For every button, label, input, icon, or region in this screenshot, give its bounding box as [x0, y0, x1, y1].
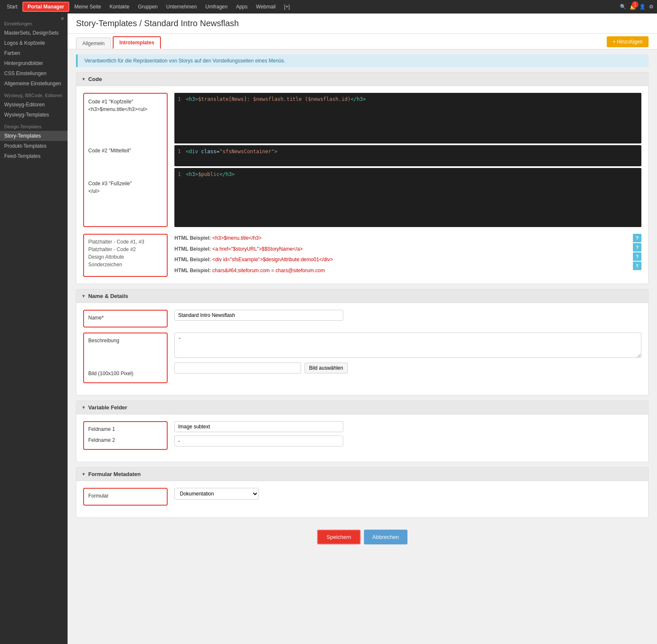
- feldname1-input[interactable]: [174, 421, 343, 432]
- bild-row: Bild auswählen: [174, 363, 641, 373]
- name-row: Name*: [83, 310, 641, 327]
- name-label-col: Name*: [83, 310, 168, 327]
- placeholder-label-3: Design Attribute: [88, 254, 163, 260]
- tab-bar: Allgemein Introtemplates + Hinzufügen: [68, 34, 657, 49]
- html-example-4: HTML Beispiel: chars&#64;siteforum.com =…: [174, 266, 626, 276]
- variable-section: ▼ Variable Felder Feldname 1 Feldname 2: [76, 400, 649, 462]
- bild-input[interactable]: [174, 363, 301, 373]
- name-input[interactable]: [174, 310, 343, 321]
- help-icon-4[interactable]: ?: [633, 262, 641, 270]
- html-example-1: HTML Beispiel: <h3>$menu.title</h3>: [174, 234, 626, 243]
- formular-section: ▼ Formular Metadaten Formular Dokumentat…: [76, 467, 649, 518]
- beschreibung-label: Beschreibung: [88, 338, 163, 344]
- sidebar-item-mastersets[interactable]: MasterSets, DesignSets: [0, 28, 68, 38]
- code-labels-box: Code #1 "Kopfzeile" <h3>$menu.title</h3>…: [83, 93, 168, 227]
- variable-section-body: Feldname 1 Feldname 2: [76, 414, 648, 462]
- page-title: Story-Templates / Standard Intro Newsfla…: [76, 19, 649, 28]
- code-editor-1[interactable]: 1<h3>$translate[News]: $newsflash.title …: [174, 93, 641, 143]
- save-button[interactable]: Speichern: [317, 530, 361, 544]
- sidebar-item-css[interactable]: CSS Einstellungen: [0, 68, 68, 78]
- variable-control-col: [174, 421, 641, 446]
- feldname2-input[interactable]: [174, 436, 343, 446]
- sidebar-section-wysiwyg: Wysiwyg, BBCode, Editoren: [0, 89, 68, 100]
- sidebar: × Einstellungen MasterSets, DesignSets L…: [0, 14, 68, 644]
- nav-meine-seite[interactable]: Meine Seite: [71, 2, 104, 11]
- variable-section-header[interactable]: ▼ Variable Felder: [76, 401, 648, 414]
- help-icons: ? ? ? ?: [633, 234, 641, 277]
- top-navigation: Start Portal Manager Meine Seite Kontakt…: [0, 0, 657, 14]
- nav-portal-manager[interactable]: Portal Manager: [22, 2, 69, 12]
- formular-label-col: Formular: [83, 488, 168, 506]
- sidebar-item-feed-templates[interactable]: Feed-Templates: [0, 151, 68, 161]
- placeholder-label-2: Platzhalter - Code #2: [88, 246, 163, 252]
- sidebar-item-story-templates[interactable]: Story-Templates: [0, 131, 68, 141]
- feldname2-label: Feldname 2: [88, 437, 163, 443]
- name-control-col: [174, 310, 641, 321]
- variable-row: Feldname 1 Feldname 2: [83, 421, 641, 450]
- formular-select[interactable]: Dokumentation: [174, 488, 259, 500]
- code-section-header[interactable]: ▼ Code: [76, 73, 648, 86]
- code-section-body: Code #1 "Kopfzeile" <h3>$menu.title</h3>…: [76, 86, 648, 284]
- placeholder-label-4: Sonderzeichen: [88, 262, 163, 268]
- beschreibung-row: Beschreibung Bild (100x100 Pixel) - Bild…: [83, 333, 641, 383]
- code-chevron-icon: ▼: [81, 77, 86, 81]
- variable-label-col: Feldname 1 Feldname 2: [83, 421, 168, 450]
- code-section: ▼ Code Code #1 "Kopfzeile" <h3>$menu.tit…: [76, 72, 649, 284]
- notification-area: 🔔 1: [630, 4, 636, 10]
- notification-badge: 1: [632, 1, 638, 8]
- formular-label: Formular: [88, 493, 163, 499]
- code-label-3: Code #3 "Fußzeile" </ul>: [88, 180, 163, 195]
- code-editor-2[interactable]: 1<div class="sfsNewsContainer">: [174, 145, 641, 166]
- code-editor-3[interactable]: 1<h3>$public</h3>: [174, 168, 641, 227]
- variable-chevron-icon: ▼: [81, 405, 86, 410]
- name-section-header[interactable]: ▼ Name & Details: [76, 290, 648, 303]
- variable-section-title: Variable Felder: [88, 404, 128, 411]
- add-button[interactable]: + Hinzufügen: [607, 36, 649, 47]
- sidebar-item-wysiwyg-templates[interactable]: Wysiwyg-Templates: [0, 110, 68, 120]
- nav-umfragen[interactable]: Umfragen: [202, 2, 231, 11]
- code-label-1: Code #1 "Kopfzeile" <h3>$menu.title</h3>…: [88, 98, 163, 113]
- user-icon[interactable]: 👤: [639, 4, 646, 10]
- sidebar-section-einstellungen: Einstellungen: [0, 17, 68, 28]
- main-content: Story-Templates / Standard Intro Newsfla…: [68, 14, 657, 644]
- formular-section-header[interactable]: ▼ Formular Metadaten: [76, 468, 648, 481]
- sidebar-item-logos[interactable]: Logos & Kopfzeile: [0, 38, 68, 48]
- page-header: Story-Templates / Standard Intro Newsfla…: [68, 14, 657, 34]
- formular-section-title: Formular Metadaten: [88, 471, 141, 477]
- settings-icon[interactable]: ⚙: [649, 4, 654, 10]
- name-chevron-icon: ▼: [81, 294, 86, 298]
- bild-select-button[interactable]: Bild auswählen: [304, 363, 348, 373]
- sidebar-item-wysiwyg-editoren[interactable]: Wysiwyg-Editoren: [0, 100, 68, 110]
- beschreibung-control-col: - Bild auswählen: [174, 333, 641, 373]
- placeholder-label-1: Platzhalter - Code #1, #3: [88, 239, 163, 245]
- search-icon[interactable]: 🔍: [620, 4, 626, 10]
- placeholder-info: HTML Beispiel: <h3>$menu.title</h3> HTML…: [174, 234, 626, 277]
- cancel-button[interactable]: Abbrechen: [364, 530, 407, 544]
- sidebar-item-produkt-templates[interactable]: Produkt-Templates: [0, 141, 68, 151]
- nav-kontakte[interactable]: Kontakte: [106, 2, 133, 11]
- tab-introtemplates[interactable]: Introtemplates: [113, 36, 161, 49]
- sidebar-item-allgemein[interactable]: Allgemeine Einstellungen: [0, 78, 68, 89]
- html-example-2: HTML Beispiel: <a href="$storyURL">$$Sto…: [174, 245, 626, 254]
- sidebar-close[interactable]: ×: [61, 15, 64, 22]
- help-icon-2[interactable]: ?: [633, 243, 641, 252]
- help-icon-3[interactable]: ?: [633, 252, 641, 261]
- tab-allgemein[interactable]: Allgemein: [76, 38, 111, 49]
- nav-gruppen[interactable]: Gruppen: [135, 2, 161, 11]
- code-editors: 1<h3>$translate[News]: $newsflash.title …: [174, 93, 641, 227]
- formular-chevron-icon: ▼: [81, 472, 86, 476]
- sidebar-item-farben[interactable]: Farben: [0, 48, 68, 58]
- name-label: Name*: [88, 315, 163, 321]
- sidebar-item-hintergrund[interactable]: Hintergrundbilder: [0, 58, 68, 68]
- nav-webmail[interactable]: Webmail: [252, 2, 279, 11]
- beschreibung-textarea[interactable]: -: [174, 333, 641, 358]
- nav-unternehmen[interactable]: Unternehmen: [163, 2, 201, 11]
- nav-more[interactable]: [+]: [281, 2, 293, 11]
- placeholder-labels-box: Platzhalter - Code #1, #3 Platzhalter - …: [83, 234, 168, 277]
- help-icon-1[interactable]: ?: [633, 234, 641, 242]
- nav-apps[interactable]: Apps: [233, 2, 251, 11]
- formular-row: Formular Dokumentation: [83, 488, 641, 506]
- feldname1-label: Feldname 1: [88, 426, 163, 432]
- name-section: ▼ Name & Details Name* Beschreibung: [76, 289, 649, 395]
- nav-start[interactable]: Start: [3, 2, 21, 11]
